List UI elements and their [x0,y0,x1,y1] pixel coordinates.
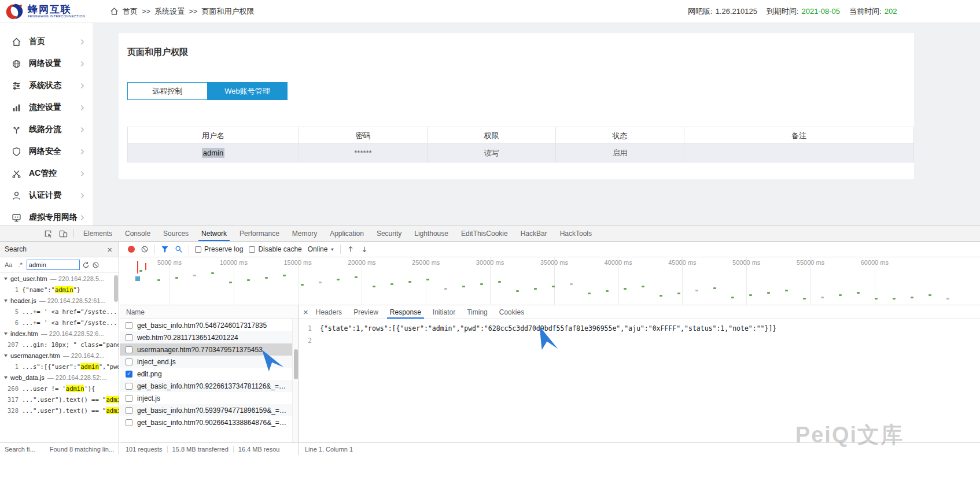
inspect-icon[interactable] [40,226,56,241]
search-match-row[interactable]: 317...".user").text() == "admin... [0,394,119,405]
search-input[interactable] [27,260,80,270]
request-checkbox[interactable] [126,322,132,329]
request-checkbox[interactable] [126,419,132,426]
request-row[interactable]: web.htm?0.28117136514201224 [120,331,299,343]
devtools-tab-memory[interactable]: Memory [286,226,323,241]
devtools-tab-hacktools[interactable]: HackTools [554,226,598,241]
devtools-tab-network[interactable]: Network [195,226,233,241]
sidebar-item-home[interactable]: 首页 [0,31,93,53]
devtools-tab-elements[interactable]: Elements [77,226,119,241]
request-list-header[interactable]: Name [120,305,299,319]
request-row[interactable]: inject.js [120,392,299,404]
timeline-start-marker [145,263,146,270]
close-icon[interactable]: × [301,308,310,316]
search-file-row[interactable]: header.js— 220.164.228.52:61... [0,295,119,306]
breadcrumb-home[interactable]: 首页 [123,6,138,17]
search-icon[interactable] [175,245,183,253]
request-checkbox[interactable] [126,334,132,341]
search-file-row[interactable]: index.htm— 220.164.228.52:6... [0,328,119,339]
scrollbar[interactable] [292,319,299,442]
request-checkbox[interactable] [126,383,132,390]
filter-icon[interactable] [161,245,169,253]
request-row[interactable]: get_basic_info.htm?0.5939794771896159&_=… [120,404,299,416]
search-match-row[interactable]: 1{"name":"admin"} [0,284,119,295]
tab-remote-control[interactable]: 远程控制 [127,82,208,100]
sidebar-item-auth-billing[interactable]: 认证计费 [0,184,93,206]
devtools-tab-editthiscookie[interactable]: EditThisCookie [455,226,514,241]
response-tab-timing[interactable]: Timing [461,305,493,319]
throttling-select[interactable]: Online [308,245,335,253]
request-row[interactable]: get_basic_info.htm?0.9226613734781126&_=… [120,380,299,392]
request-name: usermanager.htm?0.7703479571375453 [137,346,263,354]
sidebar-item-network-settings[interactable]: 网络设置 [0,53,93,75]
search-file-row[interactable]: usermanager.htm— 220.164.2... [0,350,119,361]
clear-network-log-icon[interactable] [141,245,149,253]
search-match-row[interactable]: 207...gin: 10px; " class="pane... [0,339,119,350]
request-checkbox[interactable] [126,346,132,353]
request-row[interactable]: get_basic_info.htm?0.9026641338864876&_=… [120,416,299,428]
disable-cache-checkbox[interactable]: Disable cache [249,245,301,253]
match-case-toggle[interactable]: Aa [3,261,14,269]
sidebar-item-network-security[interactable]: 网络安全 [0,141,93,162]
sidebar-item-flow-control[interactable]: 流控设置 [0,97,93,119]
timeline-request-dot [677,293,680,294]
sidebar-item-ac-control[interactable]: AC管控 [0,162,93,184]
scrollbar-thumb[interactable] [114,275,118,302]
chevron-right-icon [80,39,84,45]
refresh-icon[interactable] [82,261,90,269]
name-column-header[interactable]: Name [126,308,145,316]
response-tab-preview[interactable]: Preview [348,305,384,319]
import-har-icon[interactable] [347,245,355,253]
search-match-row[interactable]: 1...s":[{"user":"admin","pwd":"... [0,361,119,372]
search-file-row[interactable]: get_user.htm— 220.164.228.5... [0,273,119,284]
response-tab-headers[interactable]: Headers [310,305,348,319]
preserve-log-checkbox[interactable]: Preserve log [195,245,243,253]
request-checkbox[interactable] [126,407,132,414]
column-header: 状态 [556,127,684,144]
request-row[interactable]: get_basic_info.htm?0.5467246017317835 [120,319,299,331]
close-icon[interactable]: × [105,245,114,254]
search-match-row[interactable]: 6...+= ' <a href="/syste... [0,317,119,328]
response-tab-response[interactable]: Response [384,305,427,319]
request-checkbox[interactable] [126,358,132,365]
breadcrumb-system-settings[interactable]: 系统设置 [154,6,185,17]
search-pane-title: Search [5,245,27,253]
user-cell: admin [127,144,299,162]
regex-toggle[interactable]: .* [16,261,24,269]
sidebar-item-line-split[interactable]: 线路分流 [0,119,93,141]
request-checkbox[interactable] [126,371,132,378]
monitor-icon [12,212,22,223]
timeline-overview[interactable]: 5000 ms10000 ms15000 ms20000 ms25000 ms3… [120,257,980,305]
file-host: — 220.164.228.5... [50,275,105,282]
devtools-tab-hackbar[interactable]: HackBar [514,226,554,241]
devtools-tab-console[interactable]: Console [119,226,157,241]
search-match-row[interactable]: 260...user != 'admin'){ [0,383,119,394]
sidebar-item-system-status[interactable]: 系统状态 [0,75,93,97]
devtools-tab-performance[interactable]: Performance [233,226,286,241]
timeline-request-dot [893,298,896,300]
devtools-tab-application[interactable]: Application [323,226,370,241]
search-match-row[interactable]: 328...".user").text() == "admin... [0,405,119,416]
checkbox[interactable] [249,246,255,253]
search-file-row[interactable]: web_data.js— 220.164.228.52:... [0,372,119,383]
tab-web-account[interactable]: Web账号管理 [207,82,288,100]
clear-icon[interactable] [92,261,100,269]
request-name: get_basic_info.htm?0.5467246017317835 [137,321,267,330]
export-har-icon[interactable] [360,245,369,253]
response-tab-cookies[interactable]: Cookies [493,305,530,319]
line-text: ...gin: 10px; " class="pane... [22,341,119,348]
response-tab-initiator[interactable]: Initiator [427,305,461,319]
record-button[interactable] [128,246,135,253]
sidebar-item-vpn[interactable]: 虚拟专用网络 [0,206,93,225]
chevron-right-icon [80,193,84,199]
devtools-tab-sources[interactable]: Sources [157,226,195,241]
search-match-row[interactable]: 5...+= ' <a href="/syste... [0,306,119,317]
devtools-tab-lighthouse[interactable]: Lighthouse [408,226,455,241]
scissors-icon [12,168,22,179]
request-checkbox[interactable] [126,395,132,402]
scrollbar-thumb[interactable] [294,349,298,379]
checkbox[interactable] [195,246,201,253]
device-toolbar-icon[interactable] [56,226,71,241]
timeline-request-dot [552,286,555,287]
devtools-tab-security[interactable]: Security [370,226,408,241]
